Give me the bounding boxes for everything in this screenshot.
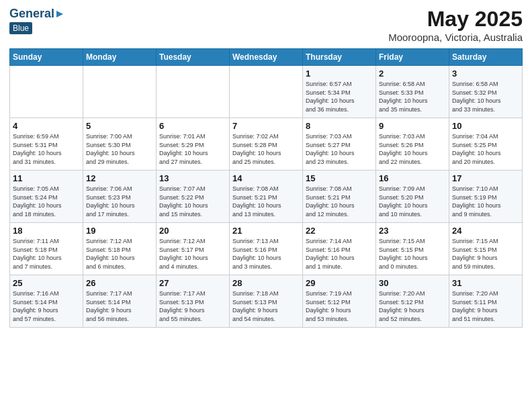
- day-number: 25: [13, 278, 80, 288]
- day-info: Sunrise: 7:03 AM Sunset: 5:27 PM Dayligh…: [306, 132, 373, 166]
- day-number: 3: [452, 68, 519, 79]
- calendar-cell: 13Sunrise: 7:07 AM Sunset: 5:22 PM Dayli…: [157, 171, 230, 223]
- calendar-cell: [83, 66, 157, 118]
- day-number: 15: [306, 173, 373, 183]
- day-number: 27: [159, 278, 226, 288]
- col-monday: Monday: [83, 49, 157, 66]
- header-row: Sunday Monday Tuesday Wednesday Thursday…: [10, 49, 523, 66]
- col-sunday: Sunday: [10, 49, 83, 66]
- calendar-cell: 8Sunrise: 7:03 AM Sunset: 5:27 PM Daylig…: [303, 118, 376, 171]
- logo-general: General: [9, 7, 54, 21]
- calendar-week-5: 25Sunrise: 7:16 AM Sunset: 5:14 PM Dayli…: [10, 275, 523, 328]
- day-number: 1: [306, 68, 373, 79]
- calendar-table: Sunday Monday Tuesday Wednesday Thursday…: [9, 48, 523, 328]
- day-info: Sunrise: 7:17 AM Sunset: 5:14 PM Dayligh…: [86, 289, 153, 323]
- day-info: Sunrise: 6:58 AM Sunset: 5:33 PM Dayligh…: [379, 80, 446, 113]
- calendar-cell: 2Sunrise: 6:58 AM Sunset: 5:33 PM Daylig…: [376, 66, 449, 118]
- day-number: 23: [379, 226, 446, 236]
- calendar-cell: 5Sunrise: 7:00 AM Sunset: 5:30 PM Daylig…: [83, 118, 157, 171]
- day-number: 9: [379, 121, 446, 131]
- calendar-cell: 20Sunrise: 7:12 AM Sunset: 5:17 PM Dayli…: [157, 223, 230, 275]
- day-info: Sunrise: 7:00 AM Sunset: 5:30 PM Dayligh…: [86, 132, 153, 166]
- calendar-cell: 17Sunrise: 7:10 AM Sunset: 5:19 PM Dayli…: [449, 171, 523, 223]
- calendar-week-4: 18Sunrise: 7:11 AM Sunset: 5:18 PM Dayli…: [10, 223, 523, 275]
- calendar-cell: 6Sunrise: 7:01 AM Sunset: 5:29 PM Daylig…: [157, 118, 230, 171]
- calendar-title: May 2025: [388, 7, 523, 32]
- calendar-cell: 10Sunrise: 7:04 AM Sunset: 5:25 PM Dayli…: [449, 118, 523, 171]
- calendar-cell: 12Sunrise: 7:06 AM Sunset: 5:23 PM Dayli…: [83, 171, 157, 223]
- day-number: 14: [232, 173, 300, 183]
- page: General Blue May 2025 Mooroopna, Victori…: [0, 0, 532, 411]
- logo-blue: Blue: [9, 22, 32, 34]
- day-number: 2: [379, 68, 446, 79]
- col-friday: Friday: [376, 49, 449, 66]
- day-number: 29: [306, 278, 373, 288]
- calendar-cell: 23Sunrise: 7:15 AM Sunset: 5:15 PM Dayli…: [376, 223, 449, 275]
- calendar-cell: 18Sunrise: 7:11 AM Sunset: 5:18 PM Dayli…: [10, 223, 83, 275]
- day-number: 22: [306, 226, 373, 236]
- day-info: Sunrise: 7:18 AM Sunset: 5:13 PM Dayligh…: [232, 289, 300, 323]
- calendar-week-2: 4Sunrise: 6:59 AM Sunset: 5:31 PM Daylig…: [10, 118, 523, 171]
- calendar-cell: 28Sunrise: 7:18 AM Sunset: 5:13 PM Dayli…: [230, 275, 303, 328]
- calendar-cell: [157, 66, 230, 118]
- day-info: Sunrise: 7:11 AM Sunset: 5:18 PM Dayligh…: [13, 237, 80, 271]
- day-number: 17: [452, 173, 519, 183]
- day-info: Sunrise: 7:12 AM Sunset: 5:18 PM Dayligh…: [86, 237, 153, 271]
- day-number: 21: [232, 226, 300, 236]
- day-number: 13: [159, 173, 226, 183]
- day-info: Sunrise: 7:19 AM Sunset: 5:12 PM Dayligh…: [306, 289, 373, 323]
- logo-icon: [55, 9, 64, 19]
- day-number: 26: [86, 278, 153, 288]
- title-block: May 2025 Mooroopna, Victoria, Australia: [388, 7, 523, 43]
- col-tuesday: Tuesday: [157, 49, 230, 66]
- day-info: Sunrise: 7:15 AM Sunset: 5:15 PM Dayligh…: [379, 237, 446, 271]
- day-info: Sunrise: 7:08 AM Sunset: 5:21 PM Dayligh…: [232, 185, 300, 218]
- day-info: Sunrise: 7:08 AM Sunset: 5:21 PM Dayligh…: [306, 185, 373, 218]
- calendar-cell: 29Sunrise: 7:19 AM Sunset: 5:12 PM Dayli…: [303, 275, 376, 328]
- calendar-week-3: 11Sunrise: 7:05 AM Sunset: 5:24 PM Dayli…: [10, 171, 523, 223]
- calendar-cell: 21Sunrise: 7:13 AM Sunset: 5:16 PM Dayli…: [230, 223, 303, 275]
- day-info: Sunrise: 7:09 AM Sunset: 5:20 PM Dayligh…: [379, 185, 446, 218]
- calendar-cell: 26Sunrise: 7:17 AM Sunset: 5:14 PM Dayli…: [83, 275, 157, 328]
- day-number: 16: [379, 173, 446, 183]
- day-number: 5: [86, 121, 153, 131]
- calendar-cell: 4Sunrise: 6:59 AM Sunset: 5:31 PM Daylig…: [10, 118, 83, 171]
- calendar-cell: 14Sunrise: 7:08 AM Sunset: 5:21 PM Dayli…: [230, 171, 303, 223]
- day-number: 8: [306, 121, 373, 131]
- calendar-cell: [10, 66, 83, 118]
- day-number: 30: [379, 278, 446, 288]
- calendar-subtitle: Mooroopna, Victoria, Australia: [388, 32, 523, 43]
- calendar-cell: 30Sunrise: 7:20 AM Sunset: 5:12 PM Dayli…: [376, 275, 449, 328]
- calendar-week-1: 1Sunrise: 6:57 AM Sunset: 5:34 PM Daylig…: [10, 66, 523, 118]
- day-info: Sunrise: 7:05 AM Sunset: 5:24 PM Dayligh…: [13, 185, 80, 218]
- day-info: Sunrise: 7:14 AM Sunset: 5:16 PM Dayligh…: [306, 237, 373, 271]
- calendar-cell: 3Sunrise: 6:58 AM Sunset: 5:32 PM Daylig…: [449, 66, 523, 118]
- calendar-cell: 11Sunrise: 7:05 AM Sunset: 5:24 PM Dayli…: [10, 171, 83, 223]
- day-number: 7: [232, 121, 300, 131]
- calendar-cell: [230, 66, 303, 118]
- col-thursday: Thursday: [303, 49, 376, 66]
- calendar-cell: 1Sunrise: 6:57 AM Sunset: 5:34 PM Daylig…: [303, 66, 376, 118]
- day-info: Sunrise: 7:06 AM Sunset: 5:23 PM Dayligh…: [86, 185, 153, 218]
- day-number: 4: [13, 121, 80, 131]
- day-info: Sunrise: 7:10 AM Sunset: 5:19 PM Dayligh…: [452, 185, 519, 218]
- day-info: Sunrise: 7:03 AM Sunset: 5:26 PM Dayligh…: [379, 132, 446, 166]
- day-info: Sunrise: 7:13 AM Sunset: 5:16 PM Dayligh…: [232, 237, 300, 271]
- col-wednesday: Wednesday: [230, 49, 303, 66]
- day-info: Sunrise: 7:04 AM Sunset: 5:25 PM Dayligh…: [452, 132, 519, 166]
- calendar-cell: 9Sunrise: 7:03 AM Sunset: 5:26 PM Daylig…: [376, 118, 449, 171]
- day-info: Sunrise: 7:01 AM Sunset: 5:29 PM Dayligh…: [159, 132, 226, 166]
- day-info: Sunrise: 6:59 AM Sunset: 5:31 PM Dayligh…: [13, 132, 80, 166]
- day-info: Sunrise: 7:20 AM Sunset: 5:11 PM Dayligh…: [452, 289, 519, 323]
- day-info: Sunrise: 6:58 AM Sunset: 5:32 PM Dayligh…: [452, 80, 519, 113]
- day-info: Sunrise: 6:57 AM Sunset: 5:34 PM Dayligh…: [306, 80, 373, 113]
- calendar-cell: 7Sunrise: 7:02 AM Sunset: 5:28 PM Daylig…: [230, 118, 303, 171]
- day-info: Sunrise: 7:02 AM Sunset: 5:28 PM Dayligh…: [232, 132, 300, 166]
- day-number: 31: [452, 278, 519, 288]
- col-saturday: Saturday: [449, 49, 523, 66]
- calendar-cell: 15Sunrise: 7:08 AM Sunset: 5:21 PM Dayli…: [303, 171, 376, 223]
- day-number: 18: [13, 226, 80, 236]
- calendar-cell: 19Sunrise: 7:12 AM Sunset: 5:18 PM Dayli…: [83, 223, 157, 275]
- day-number: 20: [159, 226, 226, 236]
- calendar-cell: 31Sunrise: 7:20 AM Sunset: 5:11 PM Dayli…: [449, 275, 523, 328]
